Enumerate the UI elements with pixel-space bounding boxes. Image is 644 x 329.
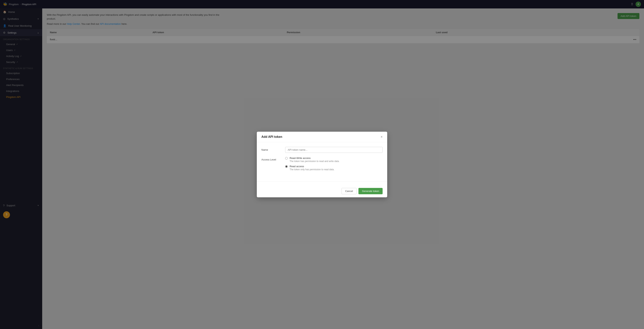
generate-token-button[interactable]: Generate token	[358, 188, 382, 194]
access-level-form-row: Access Level Read-Write access The token…	[262, 157, 382, 173]
cancel-button[interactable]: Cancel	[342, 188, 356, 194]
modal-body: Name Access Level Read-Write access The …	[257, 142, 387, 182]
add-api-token-modal: Add API token × Name Access Level Read-W…	[257, 132, 387, 197]
read-access-text: Read access The token only has permissio…	[290, 165, 334, 171]
modal-header: Add API token ×	[257, 132, 387, 142]
api-token-name-input[interactable]	[285, 147, 382, 153]
read-write-desc: The token has permission to read and wri…	[290, 160, 340, 163]
read-access-desc: The token only has permission to read da…	[290, 168, 334, 171]
modal-title: Add API token	[262, 135, 282, 139]
access-level-radio-group: Read-Write access The token has permissi…	[285, 157, 382, 173]
name-label: Name	[262, 147, 280, 151]
modal-divider	[257, 182, 387, 182]
access-level-label: Access Level	[262, 157, 280, 161]
read-write-text: Read-Write access The token has permissi…	[290, 157, 340, 163]
modal-overlay[interactable]: Add API token × Name Access Level Read-W…	[0, 0, 644, 329]
read-write-title: Read-Write access	[290, 157, 340, 160]
name-form-row: Name	[262, 147, 382, 153]
read-write-option[interactable]: Read-Write access The token has permissi…	[285, 157, 382, 163]
read-write-radio[interactable]	[285, 157, 288, 160]
read-access-title: Read access	[290, 165, 334, 168]
modal-footer: Cancel Generate token	[257, 185, 387, 197]
modal-close-button[interactable]: ×	[380, 135, 382, 139]
read-access-option[interactable]: Read access The token only has permissio…	[285, 165, 382, 171]
read-access-radio[interactable]	[285, 165, 288, 168]
